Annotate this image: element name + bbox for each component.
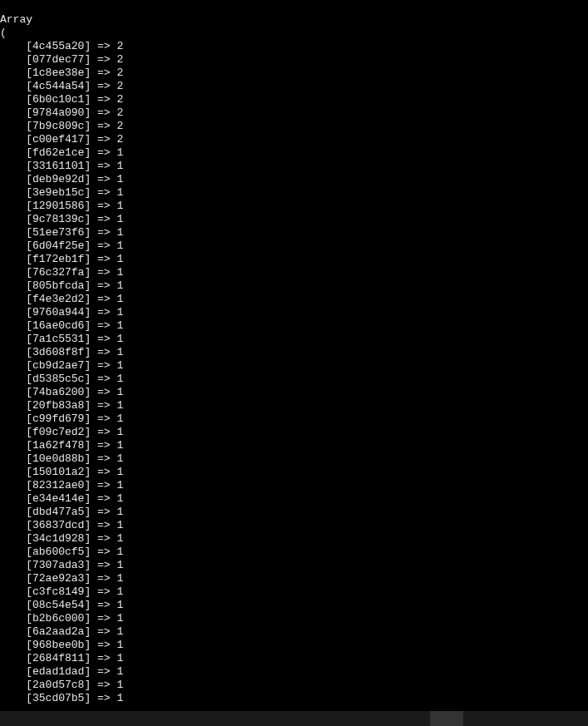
- status-bar: [0, 711, 588, 726]
- array-entry: [c99fd679] => 1: [0, 412, 123, 425]
- array-entry: [34c1d928] => 1: [0, 532, 123, 545]
- array-entry: [7b9c809c] => 2: [0, 120, 123, 132]
- array-entry: [6d04f25e] => 1: [0, 240, 123, 252]
- array-header: Array: [0, 13, 32, 26]
- array-entry: [ab600cf5] => 1: [0, 546, 123, 558]
- array-entry: [f09c7ed2] => 1: [0, 426, 123, 438]
- array-entry: [12901586] => 1: [0, 200, 123, 212]
- array-entry: [1c8ee38e] => 2: [0, 67, 123, 79]
- array-entry: [9c78139c] => 1: [0, 213, 123, 225]
- array-entry: [150101a2] => 1: [0, 466, 123, 478]
- array-entry: [805bfcda] => 1: [0, 279, 123, 292]
- array-entry: [6b0c10c1] => 2: [0, 93, 123, 106]
- array-entry: [b2b6c000] => 1: [0, 612, 123, 625]
- array-entry: [d5385c5c] => 1: [0, 373, 123, 385]
- array-entry: [9760a944] => 1: [0, 306, 123, 319]
- array-entry: [16ae0cd6] => 1: [0, 319, 123, 332]
- array-entry: [20fb83a8] => 1: [0, 399, 123, 412]
- array-entry: [e34e414e] => 1: [0, 492, 123, 505]
- array-entry: [35cd07b5] => 1: [0, 692, 123, 704]
- array-entry: [3e9eb15c] => 1: [0, 186, 123, 199]
- array-entry: [f172eb1f] => 1: [0, 253, 123, 265]
- array-entry: [6a2aad2a] => 1: [0, 625, 123, 638]
- array-entry: [72ae92a3] => 1: [0, 572, 123, 585]
- array-entry: [9784a090] => 2: [0, 106, 123, 119]
- array-entry: [c3fc8149] => 1: [0, 585, 123, 598]
- array-entry: [deb9e92d] => 1: [0, 173, 123, 185]
- array-entry: [c00ef417] => 2: [0, 133, 123, 146]
- status-bar-segment: [430, 711, 463, 726]
- array-entry: [4c455a20] => 2: [0, 40, 123, 52]
- array-entry: [968bee0b] => 1: [0, 639, 123, 651]
- array-entry: [1a62f478] => 1: [0, 439, 123, 452]
- array-entry: [36837dcd] => 1: [0, 519, 123, 531]
- array-entry: [fd62e1ce] => 1: [0, 146, 123, 159]
- array-entry: [2a0d57c8] => 1: [0, 679, 123, 691]
- array-entry: [82312ae0] => 1: [0, 479, 123, 491]
- array-entry: [7a1c5531] => 1: [0, 333, 123, 345]
- array-entry: [33161101] => 1: [0, 160, 123, 172]
- array-entry: [3d608f8f] => 1: [0, 346, 123, 358]
- array-entry: [077dec77] => 2: [0, 53, 123, 66]
- open-paren: (: [0, 27, 7, 39]
- array-entry: [4c544a54] => 2: [0, 80, 123, 92]
- array-entry: [7307ada3] => 1: [0, 559, 123, 571]
- array-entry: [f4e3e2d2] => 1: [0, 293, 123, 305]
- array-entry: [08c54e54] => 1: [0, 599, 123, 611]
- array-entry: [dbd477a5] => 1: [0, 506, 123, 518]
- terminal-output[interactable]: Array ( [4c455a20] => 2 [077dec77] => 2 …: [0, 0, 588, 726]
- array-entry: [10e0d88b] => 1: [0, 452, 123, 465]
- array-entry: [76c327fa] => 1: [0, 266, 123, 279]
- array-entry: [cb9d2ae7] => 1: [0, 359, 123, 372]
- array-entry: [edad1dad] => 1: [0, 665, 123, 678]
- array-entry: [51ee73f6] => 1: [0, 226, 123, 239]
- array-entries: [4c455a20] => 2 [077dec77] => 2 [1c8ee38…: [0, 40, 588, 705]
- array-entry: [2684f811] => 1: [0, 652, 123, 664]
- array-entry: [74ba6200] => 1: [0, 386, 123, 398]
